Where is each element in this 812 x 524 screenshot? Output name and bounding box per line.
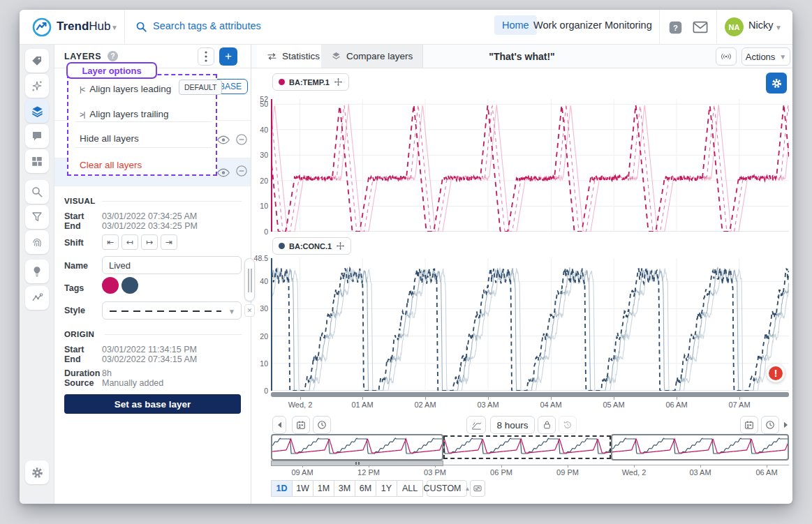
tag-icon [31,54,43,67]
panel-resize-handle[interactable] [244,258,255,301]
source-label: Source [64,378,94,388]
range-button-6m[interactable]: 6M [355,480,376,497]
sidebar-item-search[interactable] [25,180,49,204]
lock-icon [542,420,552,430]
search-input[interactable] [153,20,348,31]
pan-left-button[interactable] [272,416,286,434]
selection-drag-bar[interactable] [271,461,443,466]
shift-right-button[interactable]: ↦ [141,234,158,250]
compare-layers-button[interactable]: Compare layers [321,45,423,68]
series-chip-temp[interactable]: BA:TEMP.1 [272,73,349,91]
range-button-1d[interactable]: 1D [271,480,293,497]
nav-item-monitoring[interactable]: Monitoring [605,20,652,31]
nav-item-home[interactable]: Home [494,15,537,35]
source-value: Manually added [102,378,163,388]
tag-color-dot-2[interactable] [121,277,138,294]
shift-far-right-button[interactable]: ⇥ [161,234,177,250]
menu-item-clear-all[interactable]: Clear all layers [80,160,227,170]
reset-time-button[interactable] [559,416,577,434]
remove-layer-button[interactable] [235,133,249,147]
style-label: Style [64,306,85,315]
user-name[interactable]: Nicky [748,20,773,31]
sidebar-item-dashboard[interactable] [25,149,49,173]
menu-item-align-trailing[interactable]: >|Align layers trailing [80,109,227,119]
set-base-layer-button[interactable]: Set as base layer [64,394,241,414]
range-button-1y[interactable]: 1Y [376,480,397,497]
sidebar-item-settings[interactable] [25,461,49,484]
temp-chart-plot[interactable] [271,99,789,232]
search-tool-icon [31,186,43,198]
user-caret-icon[interactable]: ▼ [775,24,782,31]
style-select[interactable]: ▼ [102,301,242,320]
filter-icon [31,211,43,223]
origin-section-title: ORIGIN [64,330,94,338]
conc-chart-plot[interactable] [271,258,789,391]
sidebar-item-layers[interactable] [25,99,49,123]
lightbulb-icon [31,265,43,278]
help-icon: ? [668,20,683,35]
range-button-all[interactable]: ALL [397,480,423,497]
broadcast-button[interactable] [716,47,737,66]
name-input[interactable] [102,256,242,274]
layers-icon [31,105,44,118]
layer-options-tooltip: Layer options [66,62,157,79]
pan-right-button[interactable] [781,416,790,434]
end-calendar-button[interactable] [740,416,758,434]
remove-layer-button-selected[interactable] [235,164,249,178]
panel-collapse-button[interactable]: ✕ [244,304,255,317]
visual-section-title: VISUAL [64,197,96,205]
sidebar-item-graph[interactable] [25,286,49,310]
layers-help-icon[interactable]: ? [108,51,118,61]
selection-region-left[interactable] [271,434,443,461]
shift-far-left-button[interactable]: ⇤ [102,234,119,250]
chart-settings-button[interactable] [766,73,787,93]
mail-button[interactable] [692,19,709,36]
overview-tick-label: 12 PM [348,468,390,477]
tag-color-dot-1[interactable] [102,277,119,294]
compare-layers-icon [331,51,341,61]
range-button-1m[interactable]: 1M [313,480,334,497]
range-button-3m[interactable]: 3M [334,480,355,497]
chart-scrollbar-thumb[interactable] [271,392,789,397]
visual-start-value: 03/01/2022 07:34:25 AM [102,211,197,221]
menu-item-align-leading[interactable]: |<Align layers leading DEFAULT [80,84,227,94]
sidebar-item-tags[interactable] [25,49,49,73]
start-calendar-button[interactable] [292,416,310,434]
lock-duration-button[interactable] [538,416,556,434]
statistics-button[interactable]: Statistics [257,45,330,68]
alert-badge[interactable]: ! [767,364,785,382]
sidebar-item-comments[interactable] [25,124,49,148]
x-tick-label: 07 AM [718,401,760,409]
add-layer-button[interactable]: + [219,47,237,66]
nav-item-work-organizer[interactable]: Work organizer [533,20,602,31]
sidebar-item-fingerprint[interactable] [25,230,49,254]
overview-tick-mark [634,465,635,467]
x-tick-mark [739,397,740,400]
calendar-icon [744,420,754,430]
start-time-button[interactable] [313,416,331,434]
duration-button[interactable]: 8 hours [490,416,535,434]
range-button-1w[interactable]: 1W [292,480,313,497]
actions-button[interactable]: Actions▼ [741,47,790,66]
avatar[interactable]: NA [725,17,744,36]
menu-item-hide-all[interactable]: Hide all layers [80,133,227,144]
shift-left-button[interactable]: ↤ [121,234,138,250]
brand-caret-icon[interactable]: ▼ [111,24,118,31]
sidebar-item-filter[interactable] [25,205,49,229]
gear-icon [771,77,783,89]
sidebar-item-ideas[interactable] [25,260,49,283]
selection-region-middle[interactable] [443,435,611,459]
selection-region-right[interactable] [611,434,789,461]
origin-start-value: 03/01/2022 11:34:15 PM [102,345,197,354]
expand-range-button[interactable] [470,480,485,497]
kebab-icon [205,51,207,62]
help-button[interactable]: ? [667,19,684,36]
end-time-button[interactable] [761,416,779,434]
overview-tick-mark [501,465,502,467]
custom-range-button[interactable]: CUSTOM▲ [427,480,467,497]
overview-tick-label: 06 PM [480,468,522,477]
trend-style-button[interactable] [466,416,486,434]
series-chip-conc[interactable]: BA:CONC.1 [272,237,351,255]
sidebar-item-auto-magic[interactable] [25,74,49,98]
layer-options-button[interactable] [198,47,214,66]
